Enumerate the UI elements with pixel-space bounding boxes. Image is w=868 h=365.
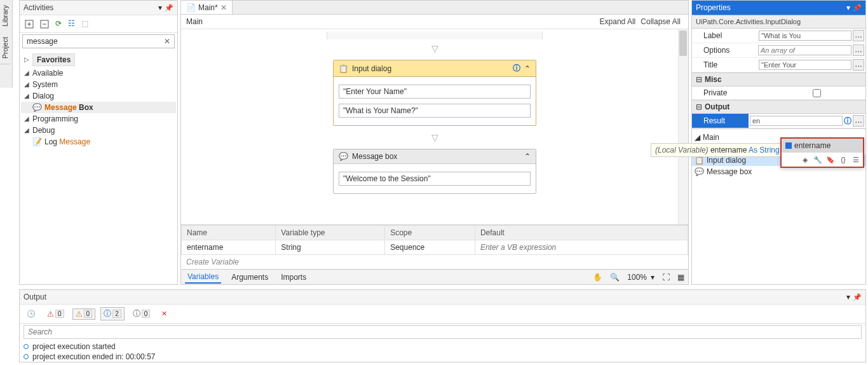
- prop-result-input[interactable]: [750, 116, 843, 126]
- prop-options-input[interactable]: [758, 45, 851, 55]
- vertical-scrollbar[interactable]: [678, 29, 688, 224]
- log-line[interactable]: project execution ended in: 00:00:57: [24, 352, 862, 362]
- tree-available[interactable]: Available: [32, 69, 63, 78]
- warn-filter-button[interactable]: ⚠0: [72, 308, 96, 320]
- collapse-icon[interactable]: ◢: [695, 133, 700, 142]
- close-tab-icon[interactable]: ✕: [220, 3, 227, 12]
- cat-output: Output: [705, 102, 729, 111]
- clear-search-icon[interactable]: ✕: [160, 36, 174, 47]
- tree-debug[interactable]: Debug: [32, 126, 55, 135]
- designer-canvas[interactable]: ▽ 📋 Input dialog ⓘ ⌃ ▽ 💬 Message box: [181, 29, 688, 224]
- activities-menu-icon[interactable]: ▾: [158, 3, 162, 12]
- info-filter-button[interactable]: ⓘ2: [100, 307, 125, 320]
- tab-main[interactable]: 📄 Main* ✕: [181, 1, 233, 14]
- info-icon[interactable]: ⓘ: [513, 63, 520, 74]
- output-menu-icon[interactable]: ▾: [846, 293, 850, 301]
- tree-log-message[interactable]: Log Message: [44, 137, 90, 146]
- col-scope[interactable]: Scope: [385, 226, 475, 240]
- tree-programming[interactable]: Programming: [32, 114, 78, 123]
- isense-tag-icon[interactable]: 🔖: [826, 155, 835, 164]
- breadcrumb-main[interactable]: Main: [186, 17, 203, 26]
- pin-icon[interactable]: 📌: [853, 293, 862, 301]
- log-line[interactable]: project execution started: [24, 341, 862, 352]
- collapse-cat-icon[interactable]: ⊟: [696, 102, 702, 111]
- tree-message-box[interactable]: Message Box: [44, 103, 93, 112]
- collapse-icon[interactable]: ◢: [24, 92, 30, 99]
- package-icon[interactable]: ⬚: [81, 19, 88, 28]
- collapse-icon[interactable]: ◢: [24, 69, 30, 76]
- fit-screen-icon[interactable]: ⛶: [662, 273, 670, 282]
- collapse-icon[interactable]: ◢: [24, 127, 30, 134]
- sidebar-tab-library[interactable]: Library: [0, 0, 10, 32]
- ellipsis-button[interactable]: …: [853, 59, 864, 71]
- expand-icon[interactable]: ▷: [24, 56, 30, 63]
- activities-title: Activities: [24, 3, 156, 12]
- col-default[interactable]: Default: [475, 226, 688, 240]
- overview-icon[interactable]: ▦: [677, 273, 684, 282]
- pin-icon[interactable]: 📌: [853, 4, 862, 12]
- ellipsis-button[interactable]: …: [853, 45, 864, 56]
- zoom-dropdown-icon[interactable]: ▾: [651, 273, 654, 282]
- tab-arguments[interactable]: Arguments: [229, 272, 271, 283]
- outline-message-box[interactable]: Message box: [707, 167, 752, 176]
- isense-filter-icon[interactable]: ◈: [801, 155, 810, 164]
- isense-braces-icon[interactable]: {}: [839, 155, 848, 164]
- activities-search-input[interactable]: [23, 35, 160, 48]
- var-name-cell[interactable]: entername: [182, 240, 276, 255]
- output-search-input[interactable]: [24, 325, 862, 339]
- zoom-icon[interactable]: 🔍: [610, 273, 620, 282]
- refresh-icon[interactable]: ⟳: [55, 19, 62, 28]
- activity-input-dialog[interactable]: 📋 Input dialog ⓘ ⌃: [333, 60, 536, 126]
- var-scope-cell[interactable]: Sequence: [385, 240, 475, 255]
- collapse-icon[interactable]: ◢: [24, 115, 30, 122]
- collapse-cat-icon[interactable]: ⊟: [696, 75, 702, 84]
- ellipsis-button[interactable]: …: [853, 115, 864, 127]
- var-type-cell[interactable]: String: [276, 240, 385, 255]
- activities-panel: Activities ▾ 📌 ⟳ ☷ ⬚ ✕ ▷Favorites ◢Avail…: [19, 0, 178, 285]
- clear-output-button[interactable]: ✕: [158, 308, 170, 319]
- isense-wrench-icon[interactable]: 🔧: [813, 155, 822, 164]
- col-type[interactable]: Variable type: [276, 226, 385, 240]
- variable-row[interactable]: entername String Sequence: [182, 240, 688, 255]
- prop-title-input[interactable]: [759, 60, 851, 70]
- log-icon: 📝: [32, 137, 42, 146]
- outline-main[interactable]: Main: [703, 133, 719, 142]
- isense-list-icon[interactable]: ☰: [851, 155, 860, 164]
- input-dialog-title-field[interactable]: [339, 85, 531, 99]
- col-name[interactable]: Name: [182, 226, 276, 240]
- collapse-all-icon[interactable]: [40, 19, 49, 29]
- zoom-value[interactable]: 100%: [627, 273, 647, 282]
- prop-private: Private: [692, 86, 768, 99]
- tab-variables[interactable]: Variables: [185, 271, 221, 284]
- expand-all-icon[interactable]: [25, 19, 34, 29]
- ellipsis-button[interactable]: …: [853, 30, 864, 41]
- sidebar-tab-project[interactable]: Project: [0, 32, 10, 64]
- tab-imports[interactable]: Imports: [278, 272, 309, 283]
- message-box-text-field[interactable]: [339, 172, 531, 186]
- variables-panel: Name Variable type Scope Default enterna…: [181, 224, 688, 269]
- prop-private-checkbox[interactable]: [770, 89, 864, 97]
- outline-input-dialog[interactable]: Input dialog: [707, 156, 746, 165]
- collapse-icon[interactable]: ◢: [24, 81, 30, 88]
- info-icon[interactable]: ⓘ: [844, 116, 851, 127]
- create-variable-link[interactable]: Create Variable: [181, 255, 688, 269]
- activity-message-box[interactable]: 💬 Message box ⌃: [333, 149, 536, 194]
- trace-filter-button[interactable]: ⓘ0: [130, 307, 154, 320]
- collapse-activity-icon[interactable]: ⌃: [524, 64, 531, 73]
- tree-icon[interactable]: ☷: [68, 19, 75, 28]
- clock-filter-button[interactable]: 🕓: [24, 308, 39, 319]
- error-filter-button[interactable]: ⚠0: [44, 308, 67, 320]
- prop-label-input[interactable]: [759, 31, 851, 41]
- pan-icon[interactable]: ✋: [593, 273, 602, 282]
- tree-favorites[interactable]: Favorites: [32, 53, 75, 66]
- collapse-all-link[interactable]: Collapse All: [638, 17, 683, 26]
- collapse-activity-icon[interactable]: ⌃: [524, 152, 531, 161]
- expand-all-link[interactable]: Expand All: [597, 17, 639, 26]
- properties-menu-icon[interactable]: ▾: [846, 3, 850, 12]
- intellisense-item[interactable]: entername: [782, 139, 863, 153]
- input-dialog-label-field[interactable]: [339, 104, 531, 118]
- var-default-input[interactable]: [480, 243, 682, 252]
- tree-dialog[interactable]: Dialog: [32, 92, 54, 100]
- pin-icon[interactable]: 📌: [165, 4, 173, 12]
- tree-system[interactable]: System: [32, 80, 58, 89]
